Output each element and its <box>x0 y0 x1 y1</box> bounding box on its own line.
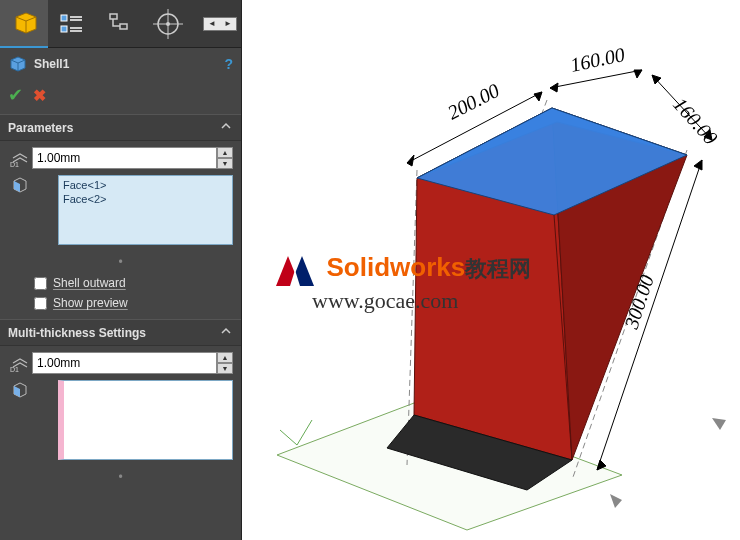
svg-marker-33 <box>407 155 414 166</box>
faces-list[interactable]: Face<1> Face<2> <box>58 175 233 245</box>
tree-icon <box>106 10 134 38</box>
3d-viewport[interactable]: 200.00 160.00 160.00 300.00 Solidworks教程… <box>242 0 740 540</box>
multi-thickness-input[interactable] <box>32 352 217 374</box>
tab-strip: ◄ ► <box>0 0 241 48</box>
multi-thickness-up[interactable]: ▲ <box>217 352 233 363</box>
cancel-button[interactable]: ✖ <box>33 86 46 105</box>
multi-thickness-title: Multi-thickness Settings <box>8 326 146 340</box>
cube-icon <box>8 7 40 39</box>
nav-arrows: ◄ ► <box>203 17 237 31</box>
thickness-icon: D1 <box>8 148 32 168</box>
svg-marker-42 <box>694 160 702 170</box>
tab-dimxpert[interactable] <box>144 0 192 48</box>
multi-thickness-header[interactable]: Multi-thickness Settings <box>0 319 241 346</box>
svg-marker-46 <box>712 418 726 430</box>
svg-rect-5 <box>61 26 67 32</box>
ok-button[interactable]: ✔ <box>8 84 23 106</box>
scroll-indicator: • <box>8 466 233 488</box>
thickness-input[interactable] <box>32 147 217 169</box>
svg-marker-37 <box>634 70 642 78</box>
feature-header: Shell1 ? <box>0 48 241 80</box>
thickness-up[interactable]: ▲ <box>217 147 233 158</box>
parameters-header[interactable]: Parameters <box>0 114 241 141</box>
svg-line-44 <box>297 420 312 445</box>
multi-thickness-body: D1 ▲ ▼ • <box>0 346 241 494</box>
svg-rect-8 <box>110 14 117 19</box>
svg-text:D1: D1 <box>10 161 19 168</box>
multi-thickness-icon: D1 <box>8 353 32 373</box>
faces-icon <box>8 175 32 195</box>
list-item[interactable]: Face<2> <box>61 192 230 206</box>
parameters-body: D1 ▲ ▼ Face<1> Face<2> • Shell outward S… <box>0 141 241 319</box>
svg-text:D1: D1 <box>10 366 19 373</box>
action-row: ✔ ✖ <box>0 80 241 114</box>
multi-thickness-down[interactable]: ▼ <box>217 363 233 374</box>
shell-outward-checkbox[interactable] <box>34 277 47 290</box>
nav-next[interactable]: ► <box>220 18 236 30</box>
dimension-label: 160.00 <box>669 93 722 149</box>
multi-faces-icon <box>8 380 32 400</box>
tab-configurations[interactable] <box>48 0 96 48</box>
help-icon[interactable]: ? <box>224 56 233 72</box>
chevron-up-icon <box>219 119 233 136</box>
svg-marker-21 <box>14 386 20 397</box>
svg-rect-2 <box>61 15 67 21</box>
shell-icon <box>8 54 28 74</box>
svg-marker-47 <box>610 494 622 508</box>
parameters-title: Parameters <box>8 121 73 135</box>
scroll-indicator: • <box>8 251 233 273</box>
svg-rect-9 <box>120 24 127 29</box>
svg-line-45 <box>280 430 297 445</box>
show-preview-label: Show preview <box>53 296 128 310</box>
list-icon <box>58 10 86 38</box>
svg-marker-34 <box>534 92 542 101</box>
property-manager-panel: ◄ ► Shell1 ? ✔ ✖ Parameters D1 ▲ <box>0 0 242 540</box>
svg-point-13 <box>166 22 170 26</box>
tab-feature-manager[interactable] <box>0 0 48 48</box>
multi-faces-list[interactable] <box>58 380 233 460</box>
thickness-down[interactable]: ▼ <box>217 158 233 169</box>
show-preview-checkbox[interactable] <box>34 297 47 310</box>
model-canvas: 200.00 160.00 160.00 300.00 <box>242 0 740 540</box>
svg-line-35 <box>550 70 642 88</box>
svg-marker-36 <box>550 83 558 92</box>
dimension-label: 160.00 <box>568 43 626 76</box>
feature-title: Shell1 <box>34 57 224 71</box>
target-icon <box>153 9 183 39</box>
svg-marker-18 <box>14 181 20 192</box>
shell-outward-label: Shell outward <box>53 276 126 290</box>
nav-prev[interactable]: ◄ <box>204 18 220 30</box>
chevron-up-icon <box>219 324 233 341</box>
tab-display-manager[interactable] <box>96 0 144 48</box>
list-item[interactable]: Face<1> <box>61 178 230 192</box>
